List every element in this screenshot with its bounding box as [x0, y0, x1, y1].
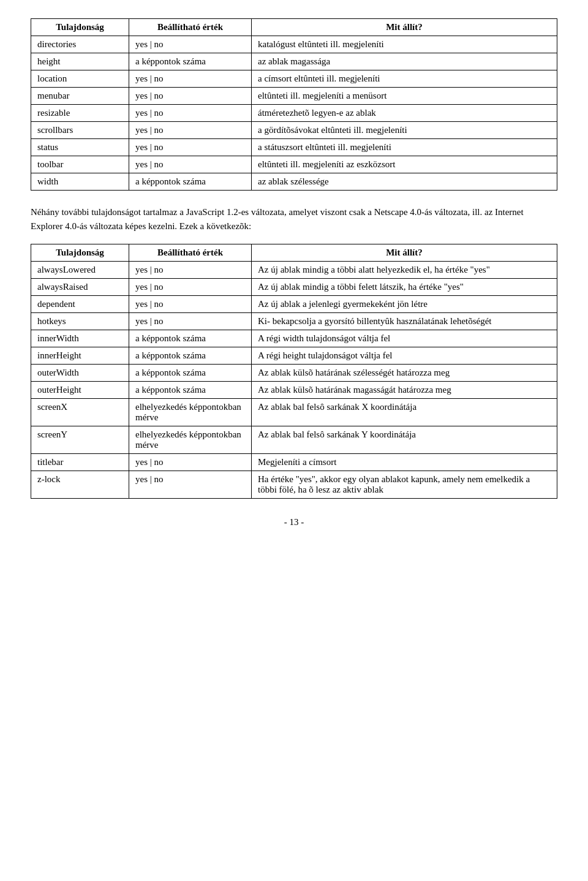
table-row: screenYelhelyezkedés képpontokban mérveA…	[31, 426, 557, 454]
table-cell: Az ablak külsõ határának szélességét hat…	[252, 365, 557, 382]
table-cell: a címsort eltûnteti ill. megjeleníti	[252, 70, 557, 88]
table-cell: elhelyezkedés képpontokban mérve	[129, 399, 252, 426]
page-number: - 13 -	[31, 517, 557, 527]
table-row: directoriesyes | nokatalógust eltûnteti …	[31, 36, 557, 53]
table2-header-col2: Beállítható érték	[129, 244, 252, 262]
table-cell: yes | no	[129, 122, 252, 139]
table-cell: yes | no	[129, 313, 252, 330]
table-cell: yes | no	[129, 105, 252, 122]
table-row: statusyes | noa státuszsort eltûnteti il…	[31, 139, 557, 156]
table-cell: Ki- bekapcsolja a gyorsító billentyûk ha…	[252, 313, 557, 330]
table-cell: Megjeleníti a címsort	[252, 454, 557, 471]
table-cell: Az ablak bal felsô sarkának X koordinátá…	[252, 399, 557, 426]
table-cell: outerHeight	[31, 382, 129, 399]
table-cell: a státuszsort eltûnteti ill. megjeleníti	[252, 139, 557, 156]
table-cell: outerWidth	[31, 365, 129, 382]
table-cell: az ablak szélessége	[252, 173, 557, 191]
table-row: locationyes | noa címsort eltûnteti ill.…	[31, 70, 557, 88]
table-cell: Az új ablak a jelenlegi gyermekeként jön…	[252, 296, 557, 313]
table-cell: z-lock	[31, 471, 129, 499]
table-cell: height	[31, 53, 129, 70]
table2-header-col1: Tulajdonság	[31, 244, 129, 262]
table-row: resizableyes | noátméretezhetõ legyen-e …	[31, 105, 557, 122]
table-row: menubaryes | noeltûnteti ill. megjelenít…	[31, 88, 557, 105]
table-row: dependentyes | noAz új ablak a jelenlegi…	[31, 296, 557, 313]
table-cell: katalógust eltûnteti ill. megjeleníti	[252, 36, 557, 53]
table-cell: yes | no	[129, 262, 252, 279]
table-cell: az ablak magassága	[252, 53, 557, 70]
table-cell: a képpontok száma	[129, 330, 252, 347]
table-cell: innerWidth	[31, 330, 129, 347]
table-cell: a képpontok száma	[129, 347, 252, 365]
table-row: hotkeysyes | noKi- bekapcsolja a gyorsít…	[31, 313, 557, 330]
table-cell: yes | no	[129, 36, 252, 53]
paragraph-text: Néhány további tulajdonságot tartalmaz a…	[31, 205, 557, 233]
table-cell: yes | no	[129, 88, 252, 105]
table-cell: a képpontok száma	[129, 365, 252, 382]
table-cell: A régi width tulajdonságot váltja fel	[252, 330, 557, 347]
table-row: alwaysRaisedyes | noAz új ablak mindig a…	[31, 279, 557, 296]
table-row: widtha képpontok számaaz ablak szélesség…	[31, 173, 557, 191]
table-row: outerHeighta képpontok számaAz ablak kül…	[31, 382, 557, 399]
table-cell: Az ablak külsõ határának magasságát hatá…	[252, 382, 557, 399]
table-cell: eltûnteti ill. megjeleníti a menüsort	[252, 88, 557, 105]
table-cell: menubar	[31, 88, 129, 105]
table-row: innerHeighta képpontok számaA régi heigh…	[31, 347, 557, 365]
table-row: innerWidtha képpontok számaA régi width …	[31, 330, 557, 347]
table-cell: yes | no	[129, 156, 252, 173]
table-cell: yes | no	[129, 471, 252, 499]
table-cell: innerHeight	[31, 347, 129, 365]
table-row: heighta képpontok számaaz ablak magasság…	[31, 53, 557, 70]
table-cell: dependent	[31, 296, 129, 313]
table-cell: yes | no	[129, 454, 252, 471]
table-row: alwaysLoweredyes | noAz új ablak mindig …	[31, 262, 557, 279]
table-2: Tulajdonság Beállítható érték Mit állít?…	[31, 244, 557, 499]
table-row: screenXelhelyezkedés képpontokban mérveA…	[31, 399, 557, 426]
table-cell: toolbar	[31, 156, 129, 173]
table1-header-col2: Beállítható érték	[129, 19, 252, 36]
table-cell: yes | no	[129, 296, 252, 313]
table-cell: Az ablak bal felsô sarkának Y koordinátá…	[252, 426, 557, 454]
table-cell: a képpontok száma	[129, 382, 252, 399]
table-cell: status	[31, 139, 129, 156]
table-row: z-lockyes | noHa értéke "yes", akkor egy…	[31, 471, 557, 499]
table-cell: titlebar	[31, 454, 129, 471]
table-row: scrollbarsyes | noa gördítõsávokat eltûn…	[31, 122, 557, 139]
table-cell: hotkeys	[31, 313, 129, 330]
table-cell: yes | no	[129, 70, 252, 88]
table-cell: yes | no	[129, 279, 252, 296]
table-cell: Az új ablak mindig a többi alatt helyezk…	[252, 262, 557, 279]
table1-header-col3: Mit állít?	[252, 19, 557, 36]
table-cell: átméretezhetõ legyen-e az ablak	[252, 105, 557, 122]
table-row: titlebaryes | noMegjeleníti a címsort	[31, 454, 557, 471]
table-row: outerWidtha képpontok számaAz ablak küls…	[31, 365, 557, 382]
table1-header-col1: Tulajdonság	[31, 19, 129, 36]
table-cell: alwaysLowered	[31, 262, 129, 279]
table-cell: directories	[31, 36, 129, 53]
table-cell: a képpontok száma	[129, 173, 252, 191]
table-cell: A régi height tulajdonságot váltja fel	[252, 347, 557, 365]
table-row: toolbaryes | noeltûnteti ill. megjelenít…	[31, 156, 557, 173]
table-cell: a képpontok száma	[129, 53, 252, 70]
table-cell: scrollbars	[31, 122, 129, 139]
table-1: Tulajdonság Beállítható érték Mit állít?…	[31, 18, 557, 191]
table-cell: Az új ablak mindig a többi felett látszi…	[252, 279, 557, 296]
table-cell: location	[31, 70, 129, 88]
table-cell: width	[31, 173, 129, 191]
table-cell: elhelyezkedés képpontokban mérve	[129, 426, 252, 454]
table-cell: screenY	[31, 426, 129, 454]
table-cell: eltûnteti ill. megjeleníti az eszközsort	[252, 156, 557, 173]
table2-header-col3: Mit állít?	[252, 244, 557, 262]
table-cell: alwaysRaised	[31, 279, 129, 296]
table-cell: a gördítõsávokat eltûnteti ill. megjelen…	[252, 122, 557, 139]
table-cell: Ha értéke "yes", akkor egy olyan ablakot…	[252, 471, 557, 499]
table-cell: screenX	[31, 399, 129, 426]
table-cell: yes | no	[129, 139, 252, 156]
table-cell: resizable	[31, 105, 129, 122]
